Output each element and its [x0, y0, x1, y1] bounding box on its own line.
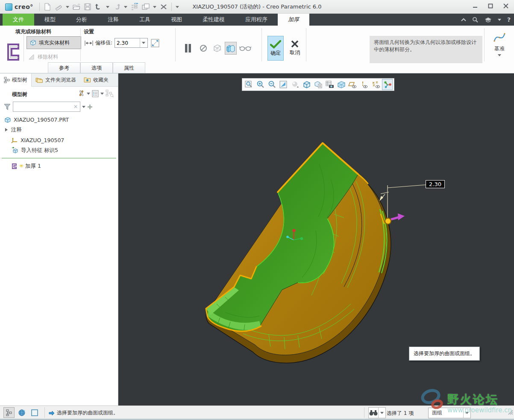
learning-connector-icon[interactable]	[485, 17, 492, 23]
flip-direction-button[interactable]	[150, 38, 160, 48]
search-tool-dropdown[interactable]	[378, 408, 385, 418]
pause-button[interactable]	[182, 42, 194, 55]
point-display-button[interactable]	[370, 79, 381, 90]
shading-style-button[interactable]	[290, 79, 300, 90]
maximize-button[interactable]	[486, 2, 495, 10]
tab-analysis[interactable]: 分析	[66, 14, 97, 26]
tab-options[interactable]: 选项	[80, 62, 113, 73]
zoom-out-button[interactable]	[267, 79, 277, 90]
tree-row-thicken[interactable]: ✳ 加厚 1	[0, 161, 118, 171]
divider	[44, 407, 45, 418]
plane-display-button[interactable]	[347, 79, 358, 90]
model-tree-title: 模型树	[12, 91, 27, 98]
tab-tools[interactable]: 工具	[129, 14, 161, 26]
tab-properties[interactable]: 属性	[113, 62, 145, 73]
tree-row-part[interactable]: XIAZUO_190507.PRT	[0, 114, 118, 125]
resize-grip[interactable]	[508, 409, 513, 415]
tab-model[interactable]: 模型	[34, 14, 66, 26]
tab-references[interactable]: 参考	[48, 62, 80, 73]
close-button[interactable]	[501, 2, 511, 10]
refit-icon	[245, 81, 253, 89]
insert-indicator-line[interactable]	[2, 158, 116, 158]
display-style-button[interactable]	[336, 79, 347, 90]
offset-dropdown[interactable]	[140, 38, 147, 47]
minimize-button[interactable]	[470, 2, 480, 10]
command-search-icon[interactable]	[472, 17, 479, 23]
add-filter-icon[interactable]	[87, 104, 93, 110]
datum-spline-icon	[493, 31, 506, 44]
binoculars-icon	[369, 409, 378, 417]
tree-row-import-feature[interactable]: 导入特征 标识5	[0, 145, 118, 155]
repaint-button[interactable]	[278, 79, 289, 90]
expand-arrow-icon[interactable]	[5, 128, 8, 131]
coordinate-system-icon	[11, 137, 18, 143]
tab-favorites[interactable]: 收藏夹	[80, 73, 112, 86]
model-tree-icon	[4, 77, 10, 83]
tab-model-tree[interactable]: 模型树	[0, 73, 32, 87]
clear-filter-icon[interactable]: ✕	[71, 104, 80, 110]
toggle-browser-button[interactable]	[16, 407, 27, 418]
tab-applications[interactable]: 应用程序	[235, 14, 278, 26]
zoom-in-button[interactable]	[255, 79, 266, 90]
tab-flexible-modeling[interactable]: 柔性建模	[192, 14, 235, 26]
tab-folder-browser[interactable]: 文件夹浏览器	[32, 73, 80, 86]
group-title-settings: 设置	[84, 28, 94, 35]
cancel-x-icon	[291, 40, 299, 48]
tree-row-label: 注释	[11, 126, 22, 134]
utility-dropdown-icon[interactable]	[498, 19, 501, 21]
model-tree-header: 模型树	[0, 89, 118, 100]
filter-dropdown[interactable]	[82, 106, 85, 108]
spin-center-button[interactable]	[382, 79, 393, 90]
thicken-dashboard: 填充或移除材料 填充实体材料 移除材料 设置 偏移值:	[0, 26, 514, 73]
no-preview-icon	[200, 44, 207, 52]
minimize-ribbon-icon[interactable]	[461, 18, 466, 21]
dimension-value-label[interactable]: 2.30	[426, 180, 445, 188]
tree-display-icon[interactable]	[106, 90, 114, 97]
fill-solid-material-button[interactable]: 填充实体材料	[26, 36, 81, 49]
view-manager-button[interactable]	[313, 79, 323, 90]
no-preview-button[interactable]	[197, 42, 209, 55]
tab-annotate[interactable]: 注释	[97, 14, 129, 26]
datum-button[interactable]: 基准	[487, 31, 512, 56]
tab-folder-browser-label: 文件夹浏览器	[45, 76, 76, 84]
graphics-area[interactable]: 2.30 选择要加厚的曲面或面组。	[118, 73, 514, 405]
offset-distance-icon	[85, 40, 93, 46]
navigator-tree-icon	[6, 409, 12, 416]
tree-tools-icon[interactable]	[78, 90, 85, 97]
selection-filter-dropdown[interactable]	[463, 408, 470, 418]
divider	[306, 28, 306, 61]
help-icon[interactable]: ?	[507, 16, 511, 23]
tab-thicken[interactable]: 加厚	[278, 14, 309, 26]
tab-favorites-label: 收藏夹	[93, 76, 109, 84]
axis-display-button[interactable]	[359, 79, 370, 90]
capture-button[interactable]	[324, 79, 335, 90]
capture-icon	[326, 81, 334, 89]
toggle-full-view-button[interactable]	[29, 407, 40, 418]
cancel-button[interactable]: 取消	[286, 36, 303, 61]
unattached-preview-button[interactable]	[211, 42, 223, 55]
tree-row-csys[interactable]: XIAZUO_190507	[0, 135, 118, 145]
selection-filter-combo[interactable]: 面组	[428, 408, 471, 418]
verify-button[interactable]	[239, 42, 251, 55]
remove-material-button[interactable]: 移除材料	[26, 51, 73, 62]
search-tool-button[interactable]	[368, 407, 386, 418]
attached-preview-button[interactable]	[225, 42, 237, 55]
toggle-navigator-button[interactable]	[3, 407, 15, 418]
tree-filters-dropdown[interactable]	[100, 93, 104, 95]
refit-button[interactable]	[244, 79, 254, 90]
ok-button[interactable]: 确定	[267, 36, 284, 61]
datum-dropdown[interactable]	[498, 54, 501, 56]
tree-row-annotations[interactable]: 注释	[0, 125, 118, 135]
filter-funnel-icon[interactable]	[3, 103, 11, 111]
tab-view[interactable]: 视图	[161, 14, 192, 26]
tree-filter-input[interactable]	[13, 103, 71, 111]
saved-orientations-button[interactable]	[301, 79, 312, 90]
tree-tools-dropdown[interactable]	[87, 93, 90, 95]
tree-filters-icon[interactable]	[92, 90, 99, 97]
tab-file[interactable]: 文件	[3, 14, 34, 26]
offset-value-input[interactable]	[115, 38, 140, 47]
navigator-tabs: 模型树 文件夹浏览器 收藏夹	[0, 73, 118, 87]
thicken-node-icon	[11, 163, 18, 169]
part-cube-icon	[4, 117, 11, 123]
divider	[484, 28, 485, 61]
